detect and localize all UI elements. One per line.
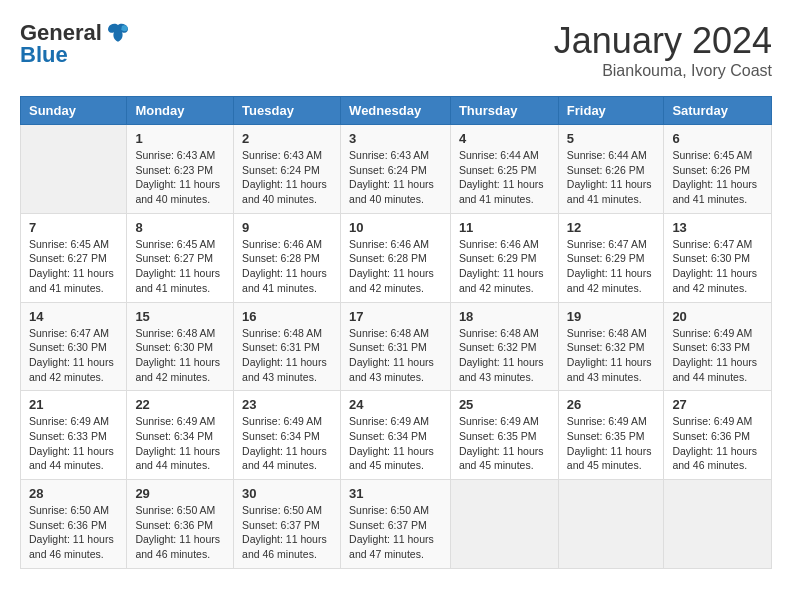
day-number: 17 [349,309,442,324]
calendar-cell: 1Sunrise: 6:43 AMSunset: 6:23 PMDaylight… [127,125,234,214]
day-number: 30 [242,486,332,501]
day-number: 2 [242,131,332,146]
calendar-cell: 12Sunrise: 6:47 AMSunset: 6:29 PMDayligh… [558,213,664,302]
calendar-cell: 2Sunrise: 6:43 AMSunset: 6:24 PMDaylight… [234,125,341,214]
calendar-cell [450,480,558,569]
calendar-cell: 7Sunrise: 6:45 AMSunset: 6:27 PMDaylight… [21,213,127,302]
calendar-header-monday: Monday [127,97,234,125]
calendar-cell: 26Sunrise: 6:49 AMSunset: 6:35 PMDayligh… [558,391,664,480]
day-number: 31 [349,486,442,501]
day-number: 19 [567,309,656,324]
cell-info: Sunrise: 6:47 AMSunset: 6:29 PMDaylight:… [567,237,656,296]
calendar-cell: 30Sunrise: 6:50 AMSunset: 6:37 PMDayligh… [234,480,341,569]
location-title: Biankouma, Ivory Coast [554,62,772,80]
cell-info: Sunrise: 6:45 AMSunset: 6:26 PMDaylight:… [672,148,763,207]
calendar-cell: 14Sunrise: 6:47 AMSunset: 6:30 PMDayligh… [21,302,127,391]
cell-info: Sunrise: 6:44 AMSunset: 6:25 PMDaylight:… [459,148,550,207]
calendar-cell [664,480,772,569]
logo-blue-text: Blue [20,42,68,68]
calendar-cell [558,480,664,569]
calendar-cell: 21Sunrise: 6:49 AMSunset: 6:33 PMDayligh… [21,391,127,480]
cell-info: Sunrise: 6:49 AMSunset: 6:34 PMDaylight:… [349,414,442,473]
calendar-cell: 9Sunrise: 6:46 AMSunset: 6:28 PMDaylight… [234,213,341,302]
day-number: 25 [459,397,550,412]
page-header: General Blue January 2024 Biankouma, Ivo… [20,20,772,80]
calendar-cell: 24Sunrise: 6:49 AMSunset: 6:34 PMDayligh… [341,391,451,480]
calendar-cell: 25Sunrise: 6:49 AMSunset: 6:35 PMDayligh… [450,391,558,480]
calendar-cell: 13Sunrise: 6:47 AMSunset: 6:30 PMDayligh… [664,213,772,302]
day-number: 24 [349,397,442,412]
calendar-cell: 5Sunrise: 6:44 AMSunset: 6:26 PMDaylight… [558,125,664,214]
calendar-cell: 18Sunrise: 6:48 AMSunset: 6:32 PMDayligh… [450,302,558,391]
cell-info: Sunrise: 6:46 AMSunset: 6:28 PMDaylight:… [242,237,332,296]
cell-info: Sunrise: 6:48 AMSunset: 6:32 PMDaylight:… [567,326,656,385]
calendar-week-1: 1Sunrise: 6:43 AMSunset: 6:23 PMDaylight… [21,125,772,214]
cell-info: Sunrise: 6:47 AMSunset: 6:30 PMDaylight:… [29,326,118,385]
cell-info: Sunrise: 6:49 AMSunset: 6:34 PMDaylight:… [242,414,332,473]
day-number: 18 [459,309,550,324]
cell-info: Sunrise: 6:43 AMSunset: 6:24 PMDaylight:… [349,148,442,207]
day-number: 20 [672,309,763,324]
day-number: 12 [567,220,656,235]
cell-info: Sunrise: 6:49 AMSunset: 6:35 PMDaylight:… [459,414,550,473]
day-number: 26 [567,397,656,412]
cell-info: Sunrise: 6:48 AMSunset: 6:31 PMDaylight:… [242,326,332,385]
logo: General Blue [20,20,130,68]
day-number: 29 [135,486,225,501]
calendar-cell: 15Sunrise: 6:48 AMSunset: 6:30 PMDayligh… [127,302,234,391]
calendar-header-row: SundayMondayTuesdayWednesdayThursdayFrid… [21,97,772,125]
calendar-cell: 28Sunrise: 6:50 AMSunset: 6:36 PMDayligh… [21,480,127,569]
calendar-table: SundayMondayTuesdayWednesdayThursdayFrid… [20,96,772,569]
month-title: January 2024 [554,20,772,62]
day-number: 7 [29,220,118,235]
day-number: 4 [459,131,550,146]
day-number: 15 [135,309,225,324]
calendar-cell: 29Sunrise: 6:50 AMSunset: 6:36 PMDayligh… [127,480,234,569]
cell-info: Sunrise: 6:48 AMSunset: 6:32 PMDaylight:… [459,326,550,385]
cell-info: Sunrise: 6:48 AMSunset: 6:31 PMDaylight:… [349,326,442,385]
cell-info: Sunrise: 6:45 AMSunset: 6:27 PMDaylight:… [135,237,225,296]
cell-info: Sunrise: 6:50 AMSunset: 6:37 PMDaylight:… [349,503,442,562]
cell-info: Sunrise: 6:49 AMSunset: 6:36 PMDaylight:… [672,414,763,473]
day-number: 5 [567,131,656,146]
calendar-header-tuesday: Tuesday [234,97,341,125]
calendar-header-thursday: Thursday [450,97,558,125]
calendar-cell: 23Sunrise: 6:49 AMSunset: 6:34 PMDayligh… [234,391,341,480]
calendar-week-3: 14Sunrise: 6:47 AMSunset: 6:30 PMDayligh… [21,302,772,391]
cell-info: Sunrise: 6:49 AMSunset: 6:33 PMDaylight:… [29,414,118,473]
cell-info: Sunrise: 6:47 AMSunset: 6:30 PMDaylight:… [672,237,763,296]
calendar-week-2: 7Sunrise: 6:45 AMSunset: 6:27 PMDaylight… [21,213,772,302]
day-number: 11 [459,220,550,235]
calendar-cell: 6Sunrise: 6:45 AMSunset: 6:26 PMDaylight… [664,125,772,214]
cell-info: Sunrise: 6:46 AMSunset: 6:28 PMDaylight:… [349,237,442,296]
day-number: 8 [135,220,225,235]
calendar-cell: 19Sunrise: 6:48 AMSunset: 6:32 PMDayligh… [558,302,664,391]
calendar-week-5: 28Sunrise: 6:50 AMSunset: 6:36 PMDayligh… [21,480,772,569]
calendar-header-wednesday: Wednesday [341,97,451,125]
cell-info: Sunrise: 6:46 AMSunset: 6:29 PMDaylight:… [459,237,550,296]
calendar-cell [21,125,127,214]
cell-info: Sunrise: 6:50 AMSunset: 6:36 PMDaylight:… [135,503,225,562]
day-number: 9 [242,220,332,235]
cell-info: Sunrise: 6:48 AMSunset: 6:30 PMDaylight:… [135,326,225,385]
cell-info: Sunrise: 6:49 AMSunset: 6:35 PMDaylight:… [567,414,656,473]
cell-info: Sunrise: 6:43 AMSunset: 6:23 PMDaylight:… [135,148,225,207]
calendar-cell: 10Sunrise: 6:46 AMSunset: 6:28 PMDayligh… [341,213,451,302]
logo-bird-icon [106,21,130,45]
calendar-cell: 22Sunrise: 6:49 AMSunset: 6:34 PMDayligh… [127,391,234,480]
cell-info: Sunrise: 6:50 AMSunset: 6:36 PMDaylight:… [29,503,118,562]
day-number: 3 [349,131,442,146]
calendar-cell: 17Sunrise: 6:48 AMSunset: 6:31 PMDayligh… [341,302,451,391]
calendar-cell: 27Sunrise: 6:49 AMSunset: 6:36 PMDayligh… [664,391,772,480]
calendar-header-friday: Friday [558,97,664,125]
cell-info: Sunrise: 6:43 AMSunset: 6:24 PMDaylight:… [242,148,332,207]
calendar-cell: 31Sunrise: 6:50 AMSunset: 6:37 PMDayligh… [341,480,451,569]
day-number: 27 [672,397,763,412]
calendar-cell: 20Sunrise: 6:49 AMSunset: 6:33 PMDayligh… [664,302,772,391]
cell-info: Sunrise: 6:50 AMSunset: 6:37 PMDaylight:… [242,503,332,562]
calendar-cell: 8Sunrise: 6:45 AMSunset: 6:27 PMDaylight… [127,213,234,302]
day-number: 10 [349,220,442,235]
calendar-week-4: 21Sunrise: 6:49 AMSunset: 6:33 PMDayligh… [21,391,772,480]
day-number: 21 [29,397,118,412]
day-number: 28 [29,486,118,501]
